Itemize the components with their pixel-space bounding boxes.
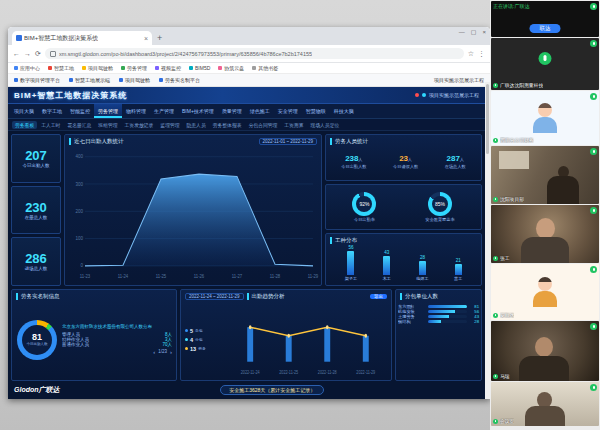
dash-subnav-item[interactable]: 班组管理 [95, 121, 120, 129]
bookmark-item[interactable]: BIM5D [189, 65, 210, 71]
participant-label: 沈阳项目部 [493, 196, 524, 202]
dash-subnav-item[interactable]: 工资测算 [281, 121, 306, 129]
bookmark-label: 协筑云盘 [224, 65, 244, 71]
camera-status-icon [590, 266, 597, 273]
next-page-icon[interactable]: › [170, 349, 172, 355]
participant-tile[interactable]: 沈阳项目部 [491, 146, 599, 204]
chip-value: 23人 [399, 155, 412, 163]
svg-text:100: 100 [75, 236, 83, 241]
bookmark-favicon-icon [48, 66, 52, 70]
browser-tab[interactable]: BIM+智慧工地数据决策系统 × [12, 31, 152, 45]
dash-nav-item[interactable]: 绿色施工 [246, 104, 274, 118]
svg-text:11-27: 11-27 [232, 274, 243, 279]
prev-page-icon[interactable]: ‹ [153, 349, 155, 355]
dash-nav-item[interactable]: 智慧物联 [302, 104, 330, 118]
dash-subnav-item[interactable]: 工资发放记录 [122, 121, 157, 129]
participant-tile[interactable]: 马瑞 [491, 321, 599, 381]
page-tab[interactable]: 智慧工地展示端 [69, 77, 110, 83]
dash-nav-item[interactable]: 物料管理 [122, 104, 150, 118]
trade-value: 56 [348, 245, 353, 250]
new-tab-button[interactable]: + [157, 33, 162, 43]
camera-status-icon [590, 40, 597, 47]
bookmark-item[interactable]: 协筑云盘 [218, 65, 244, 71]
tab-close-icon[interactable]: × [144, 35, 148, 42]
bookmark-item[interactable]: 其他书签 [252, 65, 278, 71]
dashboard-title: BIM+智慧工地数据决策系统 [14, 90, 127, 101]
url-bar[interactable]: xm.smgtl.glodon.com/po-bi/dashboard3/pro… [45, 48, 464, 59]
bookmark-item[interactable]: 应用中心 [14, 65, 40, 71]
bookmark-item[interactable]: 项目驾驶舱 [82, 65, 113, 71]
back-button[interactable]: ← [13, 50, 20, 57]
gauge-ring: 92% [352, 192, 376, 216]
dash-subnav-item[interactable]: 劳务整体报表 [210, 121, 245, 129]
dash-subnav-item[interactable]: 工人工时 [38, 121, 63, 129]
trades-panel: 工种分布 56架子工43木工28电焊工21普工 [325, 233, 482, 286]
page-toolbar: 数字项目管理平台智慧工地展示端项目驾驶舱劳务实名制平台 项目实施示范展示工程 [8, 74, 490, 87]
participant-tile[interactable]: 西南分公司财务 [491, 91, 599, 145]
legend-label: 总包 [195, 328, 203, 333]
dash-nav-item[interactable]: 项目大脑 [10, 104, 38, 118]
window-maximize-button[interactable]: ▢ [471, 29, 477, 35]
chart-date-range-picker[interactable]: 2022-11-01 ~ 2022-11-29 [259, 138, 318, 145]
page-tab[interactable]: 劳务实名制平台 [159, 77, 200, 83]
page-tab-icon [159, 78, 163, 82]
dashboard-body: 207今日出勤人数230在册总人数286进场总人数 近七日出勤人数统计 2022… [8, 131, 485, 289]
window-close-button[interactable]: × [482, 29, 486, 35]
dash-nav-item[interactable]: BIM+技术管理 [178, 104, 218, 118]
gauge-row: 92%今日出勤率85%安全教育覆盖率 [328, 187, 479, 228]
dash-subnav-item[interactable]: 现场人员定位 [307, 121, 342, 129]
bookmark-item[interactable]: 视频监控 [155, 65, 181, 71]
legend-dot-icon [185, 347, 188, 350]
dash-nav-item[interactable]: 安全管理 [274, 104, 302, 118]
participant-name: 沈阳项目部 [500, 196, 524, 202]
dash-subnav-item[interactable]: 隐患人员 [184, 121, 209, 129]
ranking-panel-title: 分包单位人数 [400, 293, 438, 300]
window-minimize-button[interactable]: — [459, 29, 465, 35]
participant-tile[interactable]: 张工 [491, 205, 599, 263]
bookmark-item[interactable]: 劳务管理 [121, 65, 147, 71]
camera-status-icon [590, 207, 597, 214]
page-tab[interactable]: 数字项目管理平台 [14, 77, 60, 83]
page-tab[interactable]: 项目驾驶舱 [119, 77, 150, 83]
browser-menu-icon[interactable]: ⋮ [478, 50, 485, 58]
trend-date-range-picker[interactable]: 2022-11-24 ~ 2022-11-29 [185, 293, 244, 300]
participant-label: 张工 [493, 255, 510, 261]
dash-nav-item[interactable]: 数字工地 [38, 104, 66, 118]
stat-card: 230在册总人数 [11, 186, 61, 235]
dash-subnav-item[interactable]: 监理管理 [157, 121, 182, 129]
bookmark-star-icon[interactable]: ☆ [468, 50, 474, 58]
dash-nav-item[interactable]: 质量管理 [218, 104, 246, 118]
bookmark-item[interactable]: 智慧工地 [48, 65, 74, 71]
dash-nav-item[interactable]: 劳务管理 [94, 104, 122, 118]
stat-label: 进场总人数 [25, 266, 48, 271]
dash-nav-item[interactable]: 生产管理 [150, 104, 178, 118]
refresh-button[interactable]: ⟳ [35, 50, 41, 58]
scrollbar-thumb[interactable] [486, 84, 489, 154]
bookmark-favicon-icon [155, 66, 159, 70]
export-button[interactable]: 导出 [370, 294, 387, 299]
speaker-badge[interactable]: 联达 [530, 24, 561, 33]
participant-tile[interactable]: 会议室 [491, 382, 599, 426]
svg-text:11-23: 11-23 [80, 274, 91, 279]
donut-value: 81 [32, 333, 42, 342]
gauge-label: 今日出勤率 [354, 217, 375, 222]
trade-value: 21 [456, 258, 461, 263]
trade-item: 56架子工 [345, 245, 358, 281]
speaker-tile[interactable]: 正在讲话:广联达 联达 [491, 1, 599, 37]
stat-value: 286 [25, 252, 47, 265]
dash-subnav-item[interactable]: 花名册汇总 [64, 121, 94, 129]
trend-line-chart: 2022-11-242022-11-252022-11-282022-11-29 [223, 301, 389, 378]
legend-value: 13 [190, 346, 196, 352]
dash-subnav-item[interactable]: 劳务看板 [12, 121, 37, 129]
dash-nav-item[interactable]: 科技大脑 [330, 104, 358, 118]
forward-button[interactable]: → [24, 50, 31, 57]
dashboard-project-name: 项目实施示范展示工程 [429, 92, 479, 98]
camera-status-icon [590, 384, 597, 391]
page-tab-icon [119, 78, 123, 82]
trade-label: 电焊工 [416, 276, 429, 281]
participant-tile[interactable]: 广联达沈阳测量科技 [491, 38, 599, 90]
dash-subnav-item[interactable]: 分包合同管理 [245, 121, 280, 129]
mic-icon [493, 83, 498, 88]
participant-tile[interactable]: 安顺达 [491, 264, 599, 320]
dash-nav-item[interactable]: 智能监控 [66, 104, 94, 118]
